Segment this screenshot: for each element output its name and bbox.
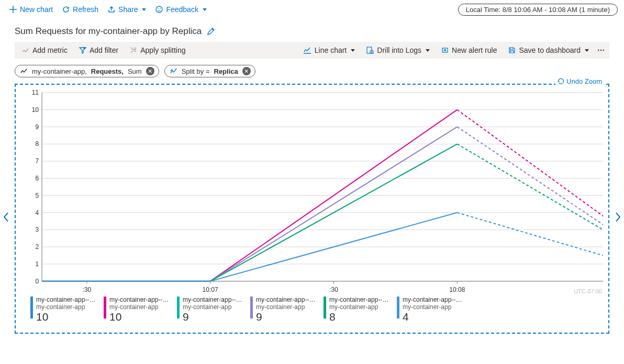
chart-title-row: Sum Requests for my-container-app by Rep… — [0, 19, 624, 42]
metric-toolbar: Add metric Add filter Apply splitting Li… — [15, 42, 609, 59]
edit-icon[interactable] — [207, 27, 215, 36]
chevron-down-icon — [585, 49, 589, 52]
svg-text:10:08: 10:08 — [449, 286, 465, 293]
svg-text:3: 3 — [35, 226, 39, 233]
legend-item[interactable]: my-container-app--h7... my-container-app… — [397, 297, 470, 324]
time-range-picker[interactable]: Local Time: 8/8 10:06 AM - 10:08 AM (1 m… — [458, 4, 618, 16]
legend-series-name: my-container-app--h7... — [403, 297, 465, 304]
drill-logs-button[interactable]: Drill into Logs — [363, 45, 433, 55]
legend-swatch — [397, 297, 399, 318]
split-chip[interactable]: Split by = Replica ✕ — [164, 65, 255, 77]
chart-type-label: Line chart — [315, 46, 347, 54]
legend-series-name: my-container-app--h7... — [36, 297, 99, 304]
legend-resource-name: my-container-app — [109, 304, 172, 311]
add-filter-button[interactable]: Add filter — [76, 45, 121, 55]
new-alert-button[interactable]: New alert rule — [438, 45, 500, 55]
legend-swatch — [104, 297, 106, 318]
share-label: Share — [118, 5, 138, 14]
chevron-down-icon — [426, 49, 430, 52]
save-dashboard-label: Save to dashboard — [519, 46, 581, 54]
new-chart-label: New chart — [20, 5, 53, 14]
svg-text:11: 11 — [32, 89, 39, 96]
legend-value: 9 — [183, 311, 246, 323]
chip-close-icon[interactable]: ✕ — [242, 67, 251, 75]
svg-text:9: 9 — [35, 123, 39, 131]
share-icon — [108, 6, 115, 13]
apply-splitting-button[interactable]: Apply splitting — [127, 45, 188, 55]
chart-title: Sum Requests for my-container-app by Rep… — [15, 26, 202, 37]
add-metric-button[interactable]: Add metric — [19, 45, 71, 55]
chevron-down-icon — [203, 8, 207, 11]
legend-swatch — [30, 297, 33, 318]
legend-series-name: my-container-app--h7... — [256, 297, 319, 304]
legend-series-name: my-container-app--h7... — [183, 297, 246, 304]
refresh-label: Refresh — [73, 5, 98, 14]
refresh-button[interactable]: Refresh — [59, 3, 102, 16]
chip-metric: Requests, — [91, 67, 124, 75]
svg-text:6: 6 — [35, 175, 39, 182]
chip-close-icon[interactable]: ✕ — [146, 67, 154, 75]
split-icon — [130, 47, 137, 54]
new-chart-button[interactable]: New chart — [6, 3, 56, 16]
svg-text:1: 1 — [35, 260, 39, 268]
legend-value: 4 — [403, 311, 465, 323]
metric-icon — [22, 47, 29, 54]
undo-icon — [558, 78, 564, 85]
legend-resource-name: my-container-app — [329, 304, 392, 311]
svg-text:0: 0 — [35, 278, 39, 285]
refresh-icon — [62, 6, 70, 13]
top-toolbar: New chart Refresh Share Feedback Local T… — [0, 0, 624, 19]
filter-icon — [79, 47, 86, 54]
prev-chart-button[interactable] — [3, 212, 9, 225]
svg-text::30: :30 — [82, 286, 91, 293]
svg-point-1 — [158, 8, 159, 9]
plus-icon — [9, 6, 17, 13]
chart-plot[interactable]: 01234567891011 :3010:07:3010:08 UTC-07:0… — [16, 85, 608, 294]
save-icon — [508, 47, 516, 54]
share-button[interactable]: Share — [105, 3, 149, 16]
legend-series-name: my-container-app--h7... — [329, 297, 392, 304]
legend-series-name: my-container-app--h7... — [109, 297, 172, 304]
add-metric-label: Add metric — [32, 46, 68, 54]
chip-agg: Sum — [128, 67, 142, 75]
legend-resource-name: my-container-app — [256, 304, 319, 311]
metric-chip[interactable]: my-container-app, Requests, Sum ✕ — [15, 65, 159, 77]
alert-icon — [441, 47, 449, 54]
legend-item[interactable]: my-container-app--h7... my-container-app… — [177, 297, 250, 324]
legend-resource-name: my-container-app — [36, 304, 99, 311]
svg-text::30: :30 — [329, 286, 338, 293]
svg-point-2 — [160, 8, 161, 9]
svg-text:5: 5 — [35, 192, 39, 199]
timezone-label: UTC-07:00 — [574, 288, 602, 294]
feedback-button[interactable]: Feedback — [152, 3, 209, 16]
smiley-icon — [155, 6, 163, 13]
split-value: Replica — [214, 67, 238, 75]
chart-type-dropdown[interactable]: Line chart — [300, 45, 358, 55]
legend-item[interactable]: my-container-app--h7... my-container-app… — [30, 297, 104, 324]
new-alert-label: New alert rule — [452, 46, 497, 54]
legend-item[interactable]: my-container-app--h7... my-container-app… — [104, 297, 177, 324]
chip-resource: my-container-app, — [32, 67, 87, 75]
svg-text:2: 2 — [35, 243, 39, 251]
split-prefix: Split by = — [182, 67, 210, 75]
next-chart-button[interactable] — [615, 212, 621, 225]
legend-value: 10 — [36, 311, 99, 323]
chip-row: my-container-app, Requests, Sum ✕ Split … — [0, 59, 624, 81]
save-dashboard-button[interactable]: Save to dashboard — [505, 45, 592, 55]
more-button[interactable]: ⋯ — [597, 46, 605, 54]
chevron-down-icon — [142, 8, 146, 11]
svg-point-0 — [156, 6, 162, 13]
legend-item[interactable]: my-container-app--h7... my-container-app… — [250, 297, 324, 324]
add-filter-label: Add filter — [90, 46, 118, 54]
line-chart-icon — [303, 47, 311, 54]
undo-zoom-button[interactable]: Undo Zoom — [555, 77, 604, 85]
legend-swatch — [324, 297, 326, 318]
legend-item[interactable]: my-container-app--h7... my-container-app… — [324, 297, 397, 324]
chart-legend: my-container-app--h7... my-container-app… — [16, 294, 608, 328]
feedback-label: Feedback — [166, 5, 198, 14]
undo-zoom-label: Undo Zoom — [566, 77, 602, 85]
drill-logs-label: Drill into Logs — [377, 46, 421, 54]
legend-swatch — [177, 297, 180, 318]
svg-text:10: 10 — [32, 106, 39, 113]
time-range-label: Local Time: 8/8 10:06 AM - 10:08 AM (1 m… — [466, 6, 610, 14]
